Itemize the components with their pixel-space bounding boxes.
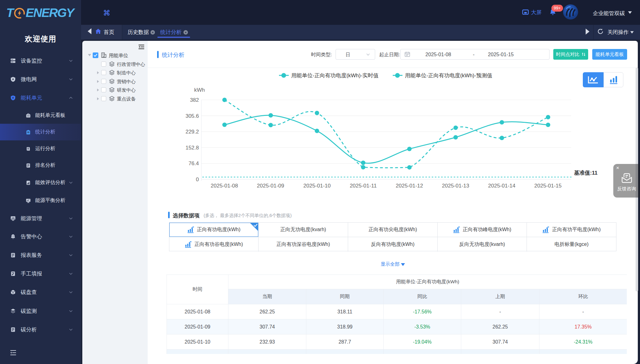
svg-text:2025-01-09: 2025-01-09 xyxy=(257,183,284,189)
svg-text:2025-01-15: 2025-01-15 xyxy=(534,183,562,189)
svg-text:2025-01-14: 2025-01-14 xyxy=(488,183,516,189)
svg-text:用能单位-正向有功电度(kWh)-预测值: 用能单位-正向有功电度(kWh)-预测值 xyxy=(405,73,492,79)
svg-text:76.4: 76.4 xyxy=(189,160,199,166)
svg-text:2025-01-12: 2025-01-12 xyxy=(396,183,423,189)
svg-text:382: 382 xyxy=(190,97,199,103)
svg-text:229.2: 229.2 xyxy=(185,129,199,135)
svg-text:用能单位-正向有功电度(kWh)-实时值: 用能单位-正向有功电度(kWh)-实时值 xyxy=(291,73,379,79)
svg-text:2025-01-10: 2025-01-10 xyxy=(304,183,331,189)
svg-text:0: 0 xyxy=(196,177,199,182)
svg-text:2025-01-13: 2025-01-13 xyxy=(442,183,469,189)
svg-text:2025-01-11: 2025-01-11 xyxy=(350,183,377,189)
svg-text:kWh: kWh xyxy=(194,87,205,93)
svg-text:2025-01-08: 2025-01-08 xyxy=(211,183,238,189)
svg-text:基准值:11: 基准值:11 xyxy=(574,170,598,176)
svg-text:305.6: 305.6 xyxy=(185,113,199,119)
svg-text:152.8: 152.8 xyxy=(185,145,199,151)
